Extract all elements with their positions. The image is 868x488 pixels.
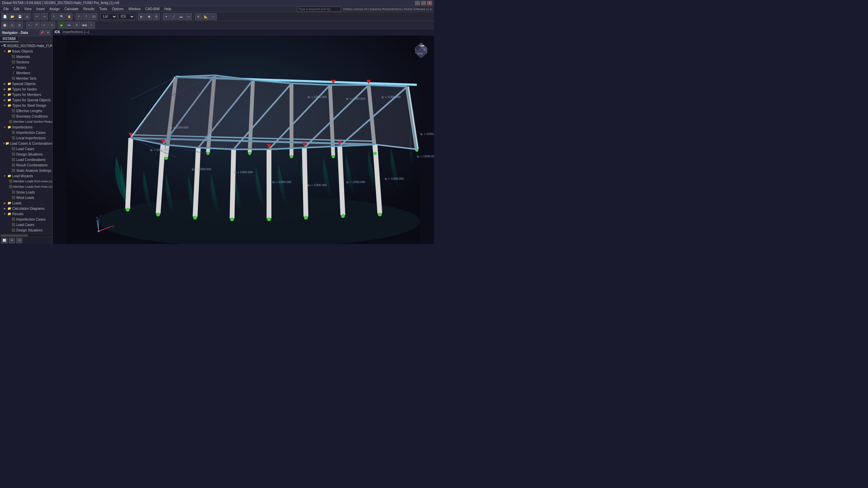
tree-load-wizards[interactable]: ▼ 📁 Load Wizards <box>0 173 52 179</box>
menu-edit[interactable]: Edit <box>12 6 21 12</box>
nav-tab-rstab8[interactable]: RSTAB8 <box>0 36 19 42</box>
tb2-step[interactable]: ⏭ <box>66 22 73 28</box>
menu-file[interactable]: File <box>1 6 11 12</box>
tree-members[interactable]: ▶ ╱ Members <box>0 70 52 76</box>
tree-imperfection-cases[interactable]: ▶ ⬛ Imperfection Cases <box>0 130 52 135</box>
tree-member-sets[interactable]: ▶ ⬛ Member Sets <box>0 76 52 81</box>
tree-types-steel[interactable]: ▼ 📁 Types for Steel Design <box>0 103 52 108</box>
tree-types-special[interactable]: ▶ 📁 Types for Special Objects <box>0 97 52 103</box>
tree-static-analysis[interactable]: ▶ ⬛ Static Analysis Settings <box>0 168 52 173</box>
tree-res-imperfection[interactable]: ▶ ⬛ Imperfection Cases <box>0 217 52 222</box>
nav-pin-button[interactable]: 📌 <box>40 30 44 35</box>
menu-window[interactable]: Window <box>126 6 143 12</box>
tree-load-cases[interactable]: ▶ ⬛ Load Cases <box>0 146 52 151</box>
tree-nodes[interactable]: ▶ ● Nodes <box>0 65 52 70</box>
tree-types-nodes[interactable]: ▶ 📁 Types for Nodes <box>0 86 52 92</box>
tree-special-objects[interactable]: ▶ 📁 Special Objects <box>0 81 52 86</box>
lot-combo[interactable]: Lot <box>100 14 117 20</box>
tb-line[interactable]: ╱ <box>170 13 177 20</box>
tb2-4[interactable]: ↖ <box>26 22 33 28</box>
nav-horizontal-scrollbar[interactable] <box>0 234 52 237</box>
tb2-pause[interactable]: ⏸ <box>73 22 80 28</box>
tb-measure[interactable]: 📐 <box>202 13 209 20</box>
menu-calculate[interactable]: Calculate <box>62 6 81 12</box>
tb-view-top[interactable]: T <box>83 13 90 20</box>
close-button[interactable]: ✕ <box>427 1 432 5</box>
maximize-button[interactable]: □ <box>421 1 426 5</box>
view-cube[interactable]: BTM L R TOP <box>412 39 431 58</box>
viewport-3d[interactable]: IC6 Imperfections [—] <box>53 29 434 244</box>
tb2-5[interactable]: ⇱ <box>34 22 40 28</box>
tree-res-design-sit[interactable]: ▶ ⬛ Design Situations <box>0 227 52 233</box>
tb2-2[interactable]: ◎ <box>9 22 16 28</box>
tree-res-load-cases[interactable]: ▶ ⬛ Load Cases <box>0 222 52 227</box>
tb-node[interactable]: ● <box>163 13 170 20</box>
svg-text:Y: Y <box>96 216 98 220</box>
minimize-button[interactable]: ─ <box>415 1 420 5</box>
tree-sections[interactable]: ▶ ⬛ Sections <box>0 59 52 65</box>
tb-undo[interactable]: ↩ <box>34 13 40 20</box>
tb2-play[interactable]: ▶ <box>58 22 65 28</box>
nav-scrollbar-thumb[interactable] <box>1 235 28 237</box>
tb-settings[interactable]: ⚙ <box>153 13 160 20</box>
tree-member-area-load[interactable]: ▶ ⬛ Member Loads from Area Load <box>0 179 52 184</box>
tb2-cross[interactable]: ✕ <box>88 22 95 28</box>
tree-design-situations[interactable]: ▶ ⬛ Design Situations <box>0 151 52 157</box>
tree-results[interactable]: ▼ 📁 Results <box>0 211 52 217</box>
tb2-rewind[interactable]: ◀◀ <box>81 22 87 28</box>
ic-combo[interactable]: IC6 <box>118 14 135 20</box>
tree-imperfections[interactable]: ▼ 📁 Imperfections <box>0 124 52 130</box>
tree-snow-loads[interactable]: ▶ ⬛ Snow Loads <box>0 189 52 195</box>
tree-basic-objects[interactable]: ▼ 📁 Basic Objects <box>0 48 52 54</box>
menu-assign[interactable]: Assign <box>47 6 62 12</box>
tb-select[interactable]: ↖ <box>51 13 58 20</box>
tb-render[interactable]: ▶ <box>138 13 145 20</box>
tree-effective-lengths[interactable]: ▶ ⬛ Effective Lengths <box>0 108 52 114</box>
menu-view[interactable]: View <box>22 6 34 12</box>
tb2-6[interactable]: ⊂ <box>41 22 48 28</box>
tree-root[interactable]: ▼ 🏗 001083_20170920-Halle_FUND Pro_fer..… <box>0 43 52 48</box>
menu-insert[interactable]: Insert <box>34 6 47 12</box>
tree-types-members[interactable]: ▶ 📁 Types for Members <box>0 92 52 97</box>
keyword-search-input[interactable] <box>297 6 341 12</box>
tb-surface[interactable]: ▭ <box>185 13 192 20</box>
tb-snap[interactable]: ⊕ <box>195 13 202 20</box>
menu-results[interactable]: Results <box>81 6 97 12</box>
tb2-7[interactable]: ⊃ <box>48 22 55 28</box>
tree-wind-loads[interactable]: ▶ ⬛ Wind Loads <box>0 195 52 200</box>
tb-open[interactable]: 📂 <box>9 13 16 20</box>
nav-btn-settings2[interactable]: ⚙ <box>16 238 22 243</box>
tb-member[interactable]: ▬ <box>178 13 184 20</box>
nav-close-button[interactable]: ✕ <box>45 30 50 35</box>
tb-view-3d[interactable]: 3D <box>91 13 97 20</box>
tree-loads[interactable]: ▶ 📁 Loads <box>0 200 52 206</box>
tb-pan[interactable]: ✋ <box>66 13 73 20</box>
tree-boundary-conditions[interactable]: ▶ ⬛ Boundary Conditions <box>0 114 52 119</box>
tree-load-combinations[interactable]: ▶ ⬛ Load Combinations <box>0 157 52 162</box>
tb-stop[interactable]: ⏹ <box>145 13 152 20</box>
tree-materials[interactable]: ▶ ⬛ Materials <box>0 54 52 59</box>
nav-btn-data[interactable]: 📊 <box>1 238 7 243</box>
tb-zoom[interactable]: 🔍 <box>58 13 65 20</box>
menu-cad-bim[interactable]: CAD-BIM <box>143 6 161 12</box>
structure-svg: q₀ = 1/300.000 q₀ = 1/300.000 q₀ = 1/300… <box>53 35 434 244</box>
tb-dimension[interactable]: ↔ <box>210 13 217 20</box>
tree-load-cases-comb[interactable]: ▼ 📁 Load Cases & Combinations <box>0 141 52 146</box>
menu-tools[interactable]: Tools <box>97 6 109 12</box>
tb-view-front[interactable]: F <box>76 13 82 20</box>
tb-redo[interactable]: ↪ <box>41 13 48 20</box>
tree-local-imperfections[interactable]: ▶ ⬛ Local Imperfections <box>0 135 52 141</box>
tb-save[interactable]: 💾 <box>16 13 23 20</box>
tree-result-combinations[interactable]: ▶ ⬛ Result Combinations <box>0 162 52 168</box>
tb-new[interactable]: 📄 <box>1 13 8 20</box>
toolbar-sep5 <box>136 14 137 20</box>
tb-print[interactable]: 🖨 <box>24 13 31 20</box>
tree-member-free-load[interactable]: ▶ ⬛ Member Loads from Free Line Load <box>0 184 52 189</box>
tree-member-local[interactable]: ▶ ⬛ Member Local Section Reductions <box>0 119 52 124</box>
menu-options[interactable]: Options <box>110 6 125 12</box>
tb2-3[interactable]: ⊞ <box>16 22 23 28</box>
menu-help[interactable]: Help <box>162 6 174 12</box>
tree-calc-diagrams[interactable]: ▶ 📁 Calculation Diagrams <box>0 206 52 211</box>
nav-btn-eye[interactable]: 👁 <box>9 238 15 243</box>
tb2-1[interactable]: ⬤ <box>1 22 8 28</box>
